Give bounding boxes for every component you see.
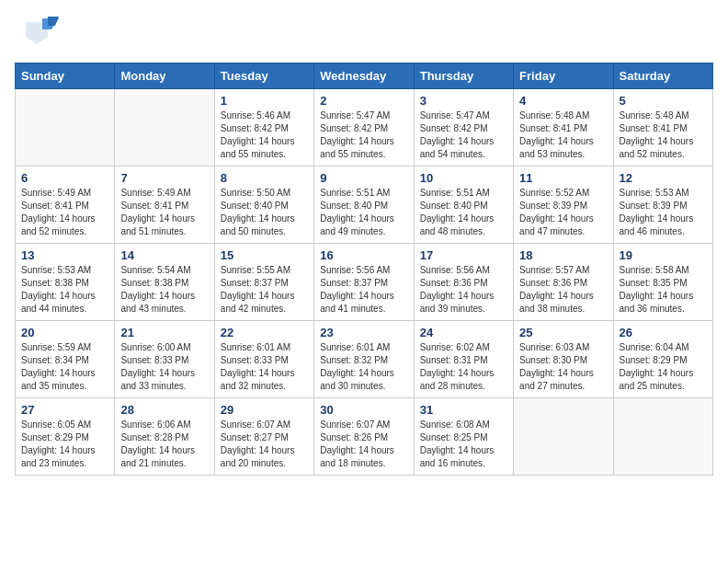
calendar-body: 1Sunrise: 5:46 AM Sunset: 8:42 PM Daylig…: [16, 89, 713, 476]
day-info: Sunrise: 5:53 AM Sunset: 8:39 PM Dayligh…: [620, 187, 707, 238]
calendar-cell: 8Sunrise: 5:50 AM Sunset: 8:40 PM Daylig…: [214, 167, 313, 244]
calendar-cell: 2Sunrise: 5:47 AM Sunset: 8:42 PM Daylig…: [314, 89, 414, 167]
calendar-cell: 13Sunrise: 5:53 AM Sunset: 8:38 PM Dayli…: [16, 244, 115, 321]
day-info: Sunrise: 6:02 AM Sunset: 8:31 PM Dayligh…: [420, 341, 507, 393]
day-info: Sunrise: 6:00 AM Sunset: 8:33 PM Dayligh…: [120, 341, 208, 393]
calendar-cell: 31Sunrise: 6:08 AM Sunset: 8:25 PM Dayli…: [414, 398, 513, 476]
weekday-header-monday: Monday: [115, 63, 214, 89]
day-number: 8: [221, 171, 308, 185]
calendar-cell: 9Sunrise: 5:51 AM Sunset: 8:40 PM Daylig…: [314, 167, 414, 244]
weekday-header-wednesday: Wednesday: [314, 63, 414, 89]
logo-icon: [15, 15, 59, 52]
calendar-cell: 14Sunrise: 5:54 AM Sunset: 8:38 PM Dayli…: [115, 244, 214, 321]
calendar-cell: 10Sunrise: 5:51 AM Sunset: 8:40 PM Dayli…: [414, 167, 513, 244]
weekday-header-thursday: Thursday: [414, 63, 513, 89]
day-info: Sunrise: 5:50 AM Sunset: 8:40 PM Dayligh…: [221, 187, 308, 238]
day-info: Sunrise: 5:47 AM Sunset: 8:42 PM Dayligh…: [320, 109, 407, 161]
weekday-header-tuesday: Tuesday: [214, 63, 313, 89]
day-number: 11: [519, 171, 607, 185]
calendar-cell: [16, 89, 115, 167]
day-info: Sunrise: 5:54 AM Sunset: 8:38 PM Dayligh…: [120, 264, 208, 316]
day-info: Sunrise: 5:49 AM Sunset: 8:41 PM Dayligh…: [120, 187, 208, 238]
day-number: 9: [320, 171, 407, 185]
day-number: 28: [120, 403, 208, 417]
calendar-week-3: 13Sunrise: 5:53 AM Sunset: 8:38 PM Dayli…: [16, 244, 713, 321]
weekday-header-friday: Friday: [514, 63, 613, 89]
day-info: Sunrise: 5:47 AM Sunset: 8:42 PM Dayligh…: [420, 109, 507, 161]
calendar-cell: 6Sunrise: 5:49 AM Sunset: 8:41 PM Daylig…: [16, 167, 115, 244]
day-number: 6: [21, 171, 108, 185]
day-number: 27: [21, 403, 108, 417]
calendar-header: SundayMondayTuesdayWednesdayThursdayFrid…: [16, 63, 713, 89]
day-number: 31: [420, 403, 507, 417]
day-number: 29: [221, 403, 308, 417]
day-info: Sunrise: 6:04 AM Sunset: 8:29 PM Dayligh…: [620, 341, 707, 393]
weekday-header-saturday: Saturday: [613, 63, 712, 89]
logo: [15, 15, 63, 52]
day-number: 24: [420, 326, 507, 339]
day-info: Sunrise: 5:51 AM Sunset: 8:40 PM Dayligh…: [320, 187, 407, 238]
svg-marker-2: [48, 17, 59, 26]
day-info: Sunrise: 5:56 AM Sunset: 8:36 PM Dayligh…: [420, 264, 507, 316]
day-number: 12: [620, 171, 707, 185]
day-info: Sunrise: 5:59 AM Sunset: 8:34 PM Dayligh…: [21, 341, 108, 393]
calendar-cell: 24Sunrise: 6:02 AM Sunset: 8:31 PM Dayli…: [414, 321, 513, 398]
day-number: 25: [519, 326, 607, 339]
day-number: 22: [221, 326, 308, 339]
calendar-cell: 30Sunrise: 6:07 AM Sunset: 8:26 PM Dayli…: [314, 398, 414, 476]
calendar-cell: 25Sunrise: 6:03 AM Sunset: 8:30 PM Dayli…: [514, 321, 613, 398]
calendar-cell: [613, 398, 712, 476]
calendar-cell: 27Sunrise: 6:05 AM Sunset: 8:29 PM Dayli…: [16, 398, 115, 476]
weekday-header-sunday: Sunday: [16, 63, 115, 89]
day-info: Sunrise: 5:51 AM Sunset: 8:40 PM Dayligh…: [420, 187, 507, 238]
calendar-cell: 16Sunrise: 5:56 AM Sunset: 8:37 PM Dayli…: [314, 244, 414, 321]
day-number: 5: [620, 94, 707, 108]
calendar-cell: 22Sunrise: 6:01 AM Sunset: 8:33 PM Dayli…: [214, 321, 313, 398]
day-number: 18: [519, 248, 607, 262]
day-info: Sunrise: 5:52 AM Sunset: 8:39 PM Dayligh…: [519, 187, 607, 238]
page-header: [15, 15, 713, 52]
calendar-cell: 3Sunrise: 5:47 AM Sunset: 8:42 PM Daylig…: [414, 89, 513, 167]
day-number: 16: [320, 248, 407, 262]
day-info: Sunrise: 5:46 AM Sunset: 8:42 PM Dayligh…: [221, 109, 308, 161]
day-info: Sunrise: 6:05 AM Sunset: 8:29 PM Dayligh…: [21, 419, 108, 470]
calendar-cell: 26Sunrise: 6:04 AM Sunset: 8:29 PM Dayli…: [613, 321, 712, 398]
day-info: Sunrise: 5:48 AM Sunset: 8:41 PM Dayligh…: [620, 109, 707, 161]
day-number: 13: [21, 248, 108, 262]
calendar-cell: 11Sunrise: 5:52 AM Sunset: 8:39 PM Dayli…: [514, 167, 613, 244]
day-number: 4: [519, 94, 607, 108]
weekday-header-row: SundayMondayTuesdayWednesdayThursdayFrid…: [16, 63, 713, 89]
calendar-week-5: 27Sunrise: 6:05 AM Sunset: 8:29 PM Dayli…: [16, 398, 713, 476]
calendar-cell: 15Sunrise: 5:55 AM Sunset: 8:37 PM Dayli…: [214, 244, 313, 321]
calendar-cell: 1Sunrise: 5:46 AM Sunset: 8:42 PM Daylig…: [214, 89, 313, 167]
day-number: 17: [420, 248, 507, 262]
calendar-cell: 7Sunrise: 5:49 AM Sunset: 8:41 PM Daylig…: [115, 167, 214, 244]
day-info: Sunrise: 6:07 AM Sunset: 8:26 PM Dayligh…: [320, 419, 407, 470]
day-info: Sunrise: 5:56 AM Sunset: 8:37 PM Dayligh…: [320, 264, 407, 316]
day-info: Sunrise: 6:07 AM Sunset: 8:27 PM Dayligh…: [221, 419, 308, 470]
calendar-table: SundayMondayTuesdayWednesdayThursdayFrid…: [15, 63, 713, 476]
calendar-cell: [514, 398, 613, 476]
day-number: 26: [620, 326, 707, 339]
calendar-cell: 28Sunrise: 6:06 AM Sunset: 8:28 PM Dayli…: [115, 398, 214, 476]
calendar-week-4: 20Sunrise: 5:59 AM Sunset: 8:34 PM Dayli…: [16, 321, 713, 398]
calendar-week-2: 6Sunrise: 5:49 AM Sunset: 8:41 PM Daylig…: [16, 167, 713, 244]
day-number: 10: [420, 171, 507, 185]
day-number: 14: [120, 248, 208, 262]
calendar-cell: 20Sunrise: 5:59 AM Sunset: 8:34 PM Dayli…: [16, 321, 115, 398]
calendar-cell: 5Sunrise: 5:48 AM Sunset: 8:41 PM Daylig…: [613, 89, 712, 167]
day-number: 7: [120, 171, 208, 185]
day-info: Sunrise: 5:53 AM Sunset: 8:38 PM Dayligh…: [21, 264, 108, 316]
day-number: 21: [120, 326, 208, 339]
day-number: 20: [21, 326, 108, 339]
day-number: 3: [420, 94, 507, 108]
day-info: Sunrise: 6:03 AM Sunset: 8:30 PM Dayligh…: [519, 341, 607, 393]
calendar-cell: 12Sunrise: 5:53 AM Sunset: 8:39 PM Dayli…: [613, 167, 712, 244]
day-info: Sunrise: 6:01 AM Sunset: 8:33 PM Dayligh…: [221, 341, 308, 393]
calendar-cell: 21Sunrise: 6:00 AM Sunset: 8:33 PM Dayli…: [115, 321, 214, 398]
day-number: 23: [320, 326, 407, 339]
day-info: Sunrise: 5:58 AM Sunset: 8:35 PM Dayligh…: [620, 264, 707, 316]
day-info: Sunrise: 5:49 AM Sunset: 8:41 PM Dayligh…: [21, 187, 108, 238]
day-info: Sunrise: 6:01 AM Sunset: 8:32 PM Dayligh…: [320, 341, 407, 393]
day-number: 2: [320, 94, 407, 108]
